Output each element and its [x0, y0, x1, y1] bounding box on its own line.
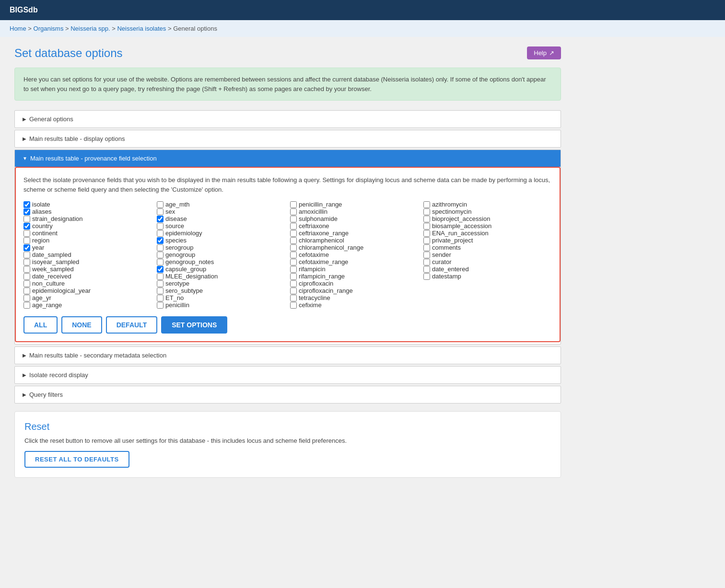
checkbox-source-input[interactable]: [157, 223, 164, 230]
checkbox-chloramphenicol: chloramphenicol: [290, 237, 419, 244]
checkbox-species-input[interactable]: [157, 237, 164, 244]
checkbox-cefotaxime-input[interactable]: [290, 252, 297, 258]
checkbox-curator-input[interactable]: [423, 259, 430, 265]
checkbox-country-input[interactable]: [23, 223, 30, 230]
checkbox-biosample-accession-input[interactable]: [423, 223, 430, 230]
checkbox-aliases-input[interactable]: [23, 208, 30, 215]
checkbox-age-mth-input[interactable]: [157, 201, 164, 208]
checkbox-epidemiological-year-input[interactable]: [23, 288, 30, 294]
checkbox-sero-subtype-input[interactable]: [157, 288, 164, 294]
checkbox-disease-input[interactable]: [157, 216, 164, 222]
checkbox-non-culture-input[interactable]: [23, 280, 30, 287]
checkbox-bioproject-accession-label: bioproject_accession: [432, 215, 490, 222]
checkbox-isolate-input[interactable]: [23, 201, 30, 208]
accordion-header-query[interactable]: ▶ Query filters: [15, 386, 561, 403]
checkbox-amoxicillin-input[interactable]: [290, 208, 297, 215]
checkbox-ceftriaxone-range: ceftriaxone_range: [290, 230, 419, 237]
accordion-isolate-record: ▶ Isolate record display: [14, 366, 561, 384]
checkbox-genogroup-input[interactable]: [157, 252, 164, 258]
accordion-header-general[interactable]: ▶ General options: [15, 111, 561, 127]
checkbox-ciprofloxacin-range-input[interactable]: [290, 288, 297, 294]
checkbox-age-yr-input[interactable]: [23, 295, 30, 301]
checkbox-chloramphenicol-input[interactable]: [290, 237, 297, 244]
external-link-icon: ↗: [549, 49, 554, 57]
checkbox-penicillin-input[interactable]: [157, 302, 164, 309]
checkbox-date-entered-input[interactable]: [423, 266, 430, 273]
reset-section: Reset Click the reset button to remove a…: [14, 411, 561, 478]
checkbox-age-range-input[interactable]: [23, 302, 30, 309]
arrow-icon-provenance: ▼: [23, 156, 27, 161]
checkbox-date-sampled-input[interactable]: [23, 252, 30, 258]
checkbox-azithromycin-label: azithromycin: [432, 201, 467, 208]
checkbox-ceftriaxone-range-input[interactable]: [290, 230, 297, 237]
accordion-header-isolate[interactable]: ▶ Isolate record display: [15, 367, 561, 383]
checkbox-rifampicin-range-input[interactable]: [290, 273, 297, 280]
checkbox-continent: continent: [23, 230, 152, 237]
checkbox-genogroup: genogroup: [157, 251, 285, 258]
none-button[interactable]: NONE: [61, 316, 102, 334]
help-button[interactable]: Help ↗: [527, 46, 561, 59]
checkbox-strain-designation-label: strain_designation: [32, 215, 83, 222]
checkbox-tetracycline-input[interactable]: [290, 295, 297, 301]
checkbox-sero-subtype-label: sero_subtype: [165, 287, 203, 294]
checkbox-comments-input[interactable]: [423, 244, 430, 251]
checkbox-week-sampled-input[interactable]: [23, 266, 30, 273]
checkbox-rifampicin-range-label: rifampicin_range: [299, 273, 345, 280]
checkbox-penicillin-range-input[interactable]: [290, 201, 297, 208]
checkbox-sulphonamide-input[interactable]: [290, 216, 297, 222]
checkbox-spectinomycin-input[interactable]: [423, 208, 430, 215]
checkbox-col-1: isolate aliases strain_designation count…: [23, 201, 152, 309]
checkbox-sex-input[interactable]: [157, 208, 164, 215]
checkbox-region: region: [23, 237, 152, 244]
default-button[interactable]: DEFAULT: [106, 316, 158, 334]
checkbox-continent-input[interactable]: [23, 230, 30, 237]
checkbox-year-input[interactable]: [23, 244, 30, 251]
checkbox-age-yr-label: age_yr: [32, 294, 51, 301]
checkbox-cefotaxime-range-input[interactable]: [290, 259, 297, 265]
checkbox-strain-designation: strain_designation: [23, 215, 152, 222]
checkbox-week-sampled: week_sampled: [23, 265, 152, 273]
checkbox-capsule-group-input[interactable]: [157, 266, 164, 273]
accordion-label-display: Main results table - display options: [29, 135, 125, 142]
checkbox-serotype-input[interactable]: [157, 280, 164, 287]
checkbox-ceftriaxone-input[interactable]: [290, 223, 297, 230]
checkbox-bioproject-accession-input[interactable]: [423, 216, 430, 222]
checkbox-private-project-input[interactable]: [423, 237, 430, 244]
all-button[interactable]: ALL: [23, 316, 58, 334]
breadcrumb-neisseria-spp[interactable]: Neisseria spp.: [70, 25, 110, 32]
breadcrumb-organisms[interactable]: Organisms: [34, 25, 64, 32]
breadcrumb-neisseria-isolates[interactable]: Neisseria isolates: [117, 25, 166, 32]
accordion-header-display[interactable]: ▶ Main results table - display options: [15, 130, 561, 147]
accordion-header-provenance[interactable]: ▼ Main results table - provenance field …: [15, 150, 561, 167]
set-options-button[interactable]: SET OPTIONS: [161, 316, 227, 334]
checkbox-ena-run-accession-input[interactable]: [423, 230, 430, 237]
checkbox-azithromycin-input[interactable]: [423, 201, 430, 208]
checkbox-epidemiology-input[interactable]: [157, 230, 164, 237]
checkbox-sender-input[interactable]: [423, 252, 430, 258]
checkbox-genogroup-notes-input[interactable]: [157, 259, 164, 265]
checkbox-cefixime-input[interactable]: [290, 302, 297, 309]
arrow-icon-query: ▶: [23, 392, 26, 397]
checkbox-col-4: azithromycin spectinomycin bioproject_ac…: [423, 201, 552, 309]
accordion-header-secondary[interactable]: ▶ Main results table - secondary metadat…: [15, 347, 561, 364]
checkbox-region-input[interactable]: [23, 237, 30, 244]
checkbox-datestamp-input[interactable]: [423, 273, 430, 280]
reset-all-button[interactable]: RESET ALL TO DEFAULTS: [24, 451, 129, 468]
breadcrumb-home[interactable]: Home: [10, 25, 26, 32]
checkbox-rifampicin-input[interactable]: [290, 266, 297, 273]
field-selection-panel: Select the isolate provenance fields tha…: [15, 167, 561, 342]
checkbox-chloramphenicol-range-input[interactable]: [290, 244, 297, 251]
checkbox-ciprofloxacin-input[interactable]: [290, 280, 297, 287]
checkbox-rifampicin-label: rifampicin: [299, 265, 326, 273]
checkbox-date-received-input[interactable]: [23, 273, 30, 280]
checkbox-isoyear-sampled-input[interactable]: [23, 259, 30, 265]
checkbox-et-no-input[interactable]: [157, 295, 164, 301]
checkbox-aliases-label: aliases: [32, 208, 51, 215]
checkbox-col-3: penicillin_range amoxicillin sulphonamid…: [290, 201, 419, 309]
checkbox-strain-designation-input[interactable]: [23, 216, 30, 222]
checkbox-sulphonamide-label: sulphonamide: [299, 215, 338, 222]
checkbox-spectinomycin: spectinomycin: [423, 208, 552, 215]
checkbox-chloramphenicol-range: chloramphenicol_range: [290, 244, 419, 251]
checkbox-mlee-designation-input[interactable]: [157, 273, 164, 280]
checkbox-serogroup-input[interactable]: [157, 244, 164, 251]
